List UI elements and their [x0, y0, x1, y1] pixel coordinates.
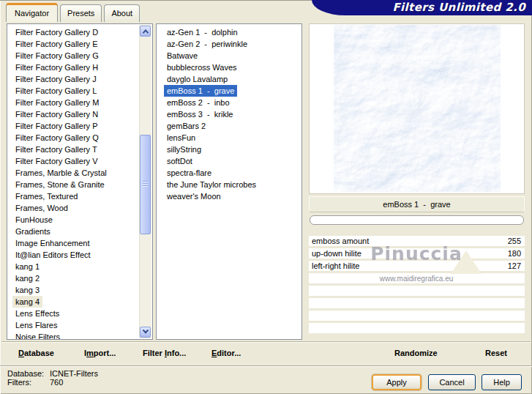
category-list-item[interactable]: Frames, Wood [12, 202, 71, 214]
category-list-item[interactable]: Filter Factory Gallery T [12, 144, 100, 155]
filter-list-item[interactable]: dayglo Lavalamp [164, 73, 231, 85]
window-title: Filters Unlimited 2.0 [392, 1, 525, 14]
category-list-item[interactable]: Noise Filters [12, 331, 63, 340]
category-list-item[interactable]: Filter Factory Gallery H [12, 62, 101, 73]
title-banner: Filters Unlimited 2.0 [312, 0, 532, 15]
category-list-item[interactable]: Filter Factory Gallery Q [12, 132, 102, 144]
category-listbox[interactable]: Filter Factory Gallery D Filter Factory … [7, 23, 153, 340]
category-list-item[interactable]: FunHouse [12, 214, 56, 226]
param-row-empty [309, 311, 525, 321]
apply-button[interactable]: Apply [372, 374, 422, 390]
category-list-item[interactable]: kang 3 [12, 284, 42, 296]
scrollbar-down-button[interactable] [140, 327, 151, 338]
statusbar-divider [0, 365, 532, 367]
filters-count-label: Filters: [7, 378, 50, 387]
cancel-button[interactable]: Cancel [428, 374, 476, 390]
preview-box [309, 23, 525, 194]
category-list-item[interactable]: Filter Factory Gallery L [12, 85, 100, 97]
filter-list-item[interactable]: gemBars 2 [164, 120, 209, 132]
param-row-empty [309, 298, 525, 308]
filter-list-item[interactable]: softDot [164, 155, 195, 167]
category-list-item[interactable]: Filter Factory Gallery V [12, 155, 100, 167]
filter-list-item[interactable]: emBoss 1 - grave [164, 85, 237, 97]
category-list-item[interactable]: Frames, Marble & Crystal [12, 167, 110, 179]
filter-items: az-Gen 1 - dolphin az-Gen 2 - periwinkle… [157, 26, 301, 202]
import-button[interactable]: Import... [84, 346, 116, 360]
category-list-item[interactable]: Filter Factory Gallery J [12, 73, 100, 85]
category-list-item[interactable]: kang 4 [12, 296, 42, 308]
category-list-item[interactable]: kang 1 [12, 261, 42, 272]
tab[interactable]: Presets [60, 4, 102, 22]
category-scrollbar[interactable] [139, 25, 151, 338]
watermark-url: www.maidiregrafica.eu [307, 275, 525, 283]
chevron-down-icon [142, 327, 148, 332]
category-list-item[interactable]: Gradients [12, 226, 53, 237]
param-row-empty [309, 286, 525, 296]
status-info: Database: ICNET-Filters Filters: 760 [7, 369, 98, 387]
tab[interactable]: Navigator [6, 3, 58, 22]
filter-list-item[interactable]: bubblecross Waves [164, 62, 240, 73]
toolbar: Database Import... Filter Info... Editor… [1, 341, 531, 364]
scrollbar-thumb[interactable] [140, 135, 151, 234]
category-list-item[interactable]: Image Enhancement [12, 237, 93, 249]
filter-list-item[interactable]: the June Taylor microbes [164, 179, 259, 190]
tab[interactable]: About [104, 4, 140, 22]
filter-info-button[interactable]: Filter Info... [143, 346, 186, 360]
category-list-item[interactable]: Frames, Stone & Granite [12, 179, 108, 190]
preview-panel: emBoss 1 - grave emboss amount 255 up-do… [307, 23, 525, 341]
scrollbar-up-button[interactable] [140, 26, 151, 37]
editor-button[interactable]: Editor... [211, 346, 241, 360]
filters-count-value: 760 [50, 378, 63, 387]
filter-list-item[interactable]: sillyString [164, 144, 204, 155]
filter-listbox[interactable]: az-Gen 1 - dolphin az-Gen 2 - periwinkle… [156, 23, 302, 340]
filter-list-item[interactable]: az-Gen 1 - dolphin [164, 26, 241, 38]
category-items: Filter Factory Gallery D Filter Factory … [7, 26, 152, 340]
preview-caption-bar: emBoss 1 - grave [309, 196, 525, 212]
preview-image [334, 25, 501, 192]
filter-list-item[interactable]: Batwave [164, 50, 201, 62]
param-row-empty [309, 323, 525, 333]
help-button[interactable]: Help [482, 374, 522, 390]
database-value: ICNET-Filters [50, 369, 98, 378]
progress-bar [310, 215, 524, 225]
category-list-item[interactable]: Filter Factory Gallery D [12, 26, 101, 38]
category-list-item[interactable]: Filter Factory Gallery M [12, 97, 102, 108]
filter-list-item[interactable]: emBoss 2 - inbo [164, 97, 233, 108]
filter-list-item[interactable]: emBoss 3 - krikle [164, 108, 236, 120]
category-list-item[interactable]: Filter Factory Gallery E [12, 38, 100, 50]
preview-caption: emBoss 1 - grave [383, 200, 450, 209]
category-list-item[interactable]: It@lian Editors Effect [12, 249, 94, 261]
category-list-item[interactable]: Filter Factory Gallery P [12, 120, 100, 132]
category-list-item[interactable]: Lens Flares [12, 319, 60, 331]
database-button[interactable]: Database [18, 346, 54, 360]
filter-list-item[interactable]: az-Gen 2 - periwinkle [164, 38, 250, 50]
category-list-item[interactable]: kang 2 [12, 272, 42, 284]
reset-button[interactable]: Reset [485, 346, 507, 360]
filter-list-item[interactable]: lensFun [164, 132, 198, 144]
filters-unlimited-dialog: Filters Unlimited 2.0 Navigator Presets … [0, 0, 532, 394]
filter-list-item[interactable]: weaver's Moon [164, 190, 224, 202]
category-list-item[interactable]: Frames, Textured [12, 190, 80, 202]
filter-list-item[interactable]: spectra-flare [164, 167, 214, 179]
chevron-up-icon [142, 29, 148, 35]
randomize-button[interactable]: Randomize [394, 346, 438, 360]
category-list-item[interactable]: Filter Factory Gallery N [12, 108, 101, 120]
tab-strip: Navigator Presets About [6, 3, 140, 22]
category-list-item[interactable]: Lens Effects [12, 308, 62, 319]
category-list-item[interactable]: Filter Factory Gallery G [12, 50, 102, 62]
database-label: Database: [7, 369, 50, 378]
watermark-name: Pinuccia [307, 243, 525, 264]
